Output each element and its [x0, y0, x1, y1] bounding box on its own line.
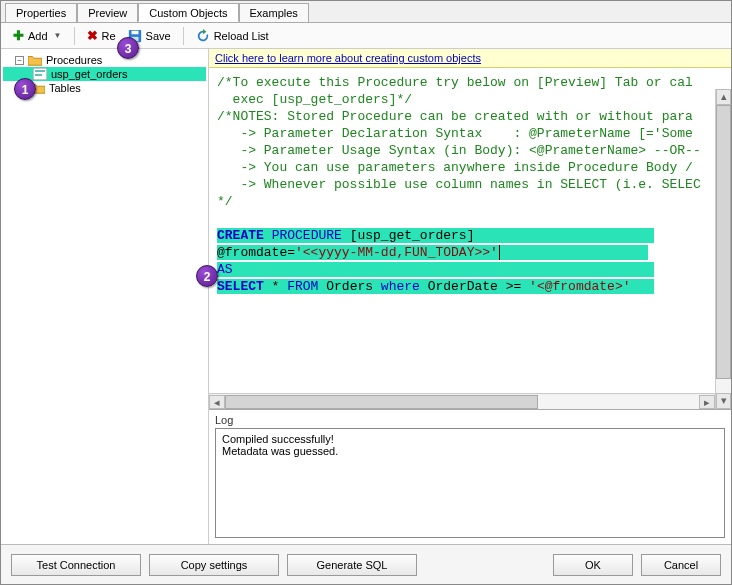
- code-comment: -> You can use parameters anywhere insid…: [217, 160, 701, 175]
- separator: [183, 27, 184, 45]
- log-line: Compiled successfully!: [222, 433, 718, 445]
- code-editor-wrap: /*To execute this Procedure try below on…: [209, 68, 731, 410]
- chevron-down-icon: ▼: [54, 31, 62, 40]
- code-comment: /*To execute this Procedure try below on…: [217, 75, 693, 90]
- procedure-icon: [33, 68, 47, 80]
- code-line-select: SELECT * FROM Orders where OrderDate >= …: [217, 279, 654, 294]
- svg-rect-1: [131, 30, 138, 34]
- code-comment: -> Parameter Declaration Syntax : @Prame…: [217, 126, 701, 141]
- reload-icon: [196, 29, 210, 43]
- code-line-as: AS: [217, 262, 654, 277]
- scroll-left-icon[interactable]: ◂: [209, 395, 225, 409]
- toolbar: ✚ Add ▼ ✖ Re Save Reload List: [1, 23, 731, 49]
- scroll-down-icon[interactable]: ▾: [716, 393, 731, 409]
- log-output[interactable]: Compiled successfully! Metadata was gues…: [215, 428, 725, 538]
- separator: [74, 27, 75, 45]
- text-cursor: [499, 245, 500, 260]
- scroll-track[interactable]: [716, 105, 731, 393]
- code-comment: /*NOTES: Stored Procedure can be created…: [217, 109, 693, 124]
- save-label: Save: [146, 30, 171, 42]
- code-comment: -> Parameter Usage Syntax (in Body): <@P…: [217, 143, 701, 158]
- reload-label: Reload List: [214, 30, 269, 42]
- code-comment: -> Whenever possible use column names in…: [217, 177, 701, 192]
- code-comment: */: [217, 194, 233, 209]
- plus-icon: ✚: [13, 28, 24, 43]
- tab-bar: Properties Preview Custom Objects Exampl…: [1, 1, 731, 23]
- log-pane: Log: [209, 410, 731, 428]
- svg-rect-4: [35, 70, 45, 72]
- log-label: Log: [215, 414, 725, 426]
- svg-rect-5: [35, 74, 42, 76]
- procedures-label: Procedures: [46, 54, 102, 66]
- add-label: Add: [28, 30, 48, 42]
- hint-link[interactable]: Click here to learn more about creating …: [215, 52, 481, 64]
- remove-label: Re: [102, 30, 116, 42]
- reload-button[interactable]: Reload List: [192, 27, 273, 45]
- tab-properties[interactable]: Properties: [5, 3, 77, 22]
- cancel-button[interactable]: Cancel: [641, 554, 721, 576]
- horizontal-scrollbar[interactable]: ◂ ▸: [209, 393, 715, 409]
- vertical-scrollbar[interactable]: ▴ ▾: [715, 89, 731, 409]
- generate-sql-button[interactable]: Generate SQL: [287, 554, 417, 576]
- x-icon: ✖: [87, 28, 98, 43]
- remove-button[interactable]: ✖ Re: [83, 26, 120, 45]
- code-editor[interactable]: /*To execute this Procedure try below on…: [209, 68, 731, 348]
- copy-settings-button[interactable]: Copy settings: [149, 554, 279, 576]
- log-line: Metadata was guessed.: [222, 445, 718, 457]
- main-area: − Procedures usp_get_orders Tables Click…: [1, 49, 731, 544]
- test-connection-button[interactable]: Test Connection: [11, 554, 141, 576]
- tree-node-procedures[interactable]: − Procedures: [3, 53, 206, 67]
- scroll-up-icon[interactable]: ▴: [716, 89, 731, 105]
- object-tree: − Procedures usp_get_orders Tables: [1, 49, 209, 544]
- tab-preview[interactable]: Preview: [77, 3, 138, 22]
- scroll-right-icon[interactable]: ▸: [699, 395, 715, 409]
- callout-3: 3: [117, 37, 139, 59]
- tables-label: Tables: [49, 82, 81, 94]
- callout-2: 2: [196, 265, 218, 287]
- folder-icon: [28, 54, 42, 66]
- usp-label: usp_get_orders: [51, 68, 127, 80]
- tree-item-usp-get-orders[interactable]: usp_get_orders: [3, 67, 206, 81]
- scroll-track[interactable]: [225, 395, 699, 409]
- hint-bar: Click here to learn more about creating …: [209, 49, 731, 68]
- callout-1: 1: [14, 78, 36, 100]
- code-line-fromdate: @fromdate='<<yyyy-MM-dd,FUN_TODAY>>': [217, 245, 648, 260]
- code-line-create: CREATE PROCEDURE [usp_get_orders]: [217, 228, 654, 243]
- tab-examples[interactable]: Examples: [239, 3, 309, 22]
- add-button[interactable]: ✚ Add ▼: [9, 26, 66, 45]
- ok-button[interactable]: OK: [553, 554, 633, 576]
- code-comment: exec [usp_get_orders]*/: [217, 92, 412, 107]
- scroll-thumb[interactable]: [716, 105, 731, 379]
- tab-custom-objects[interactable]: Custom Objects: [138, 3, 238, 22]
- collapse-icon[interactable]: −: [15, 56, 24, 65]
- button-bar: Test Connection Copy settings Generate S…: [1, 544, 731, 584]
- scroll-thumb[interactable]: [225, 395, 538, 409]
- editor-panel: Click here to learn more about creating …: [209, 49, 731, 544]
